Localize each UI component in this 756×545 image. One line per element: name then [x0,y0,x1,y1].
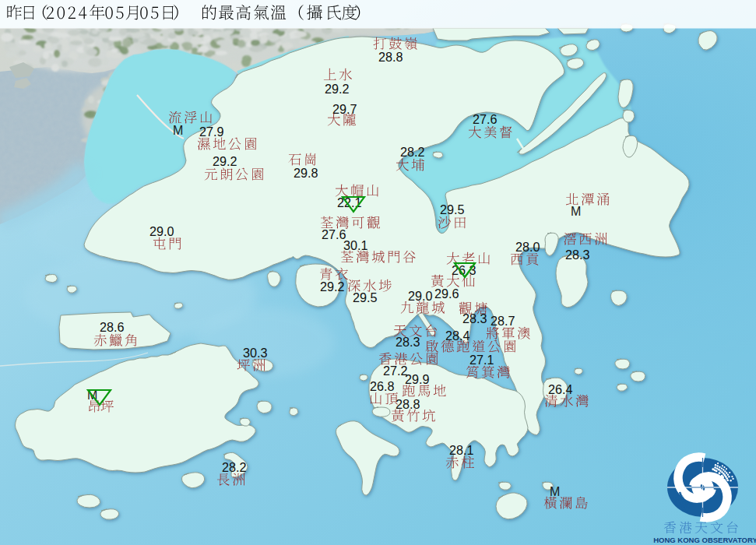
svg-text:29.6: 29.6 [434,287,459,301]
svg-text:29.5: 29.5 [440,202,465,216]
svg-text:27.6: 27.6 [322,227,346,241]
svg-text:26.4: 26.4 [548,382,573,396]
svg-text:29.2: 29.2 [213,154,237,168]
svg-text:27.2: 27.2 [383,364,408,378]
svg-text:30.3: 30.3 [243,346,268,360]
svg-text:M: M [571,205,581,218]
svg-text:29.8: 29.8 [294,166,318,180]
svg-text:28.3: 28.3 [396,335,420,349]
svg-text:28.4: 28.4 [445,329,470,343]
svg-text:28.8: 28.8 [396,397,420,411]
svg-text:29.2: 29.2 [325,82,350,96]
svg-text:29.9: 29.9 [405,372,430,386]
svg-text:28.3: 28.3 [565,248,590,262]
svg-text:28.2: 28.2 [400,145,425,159]
svg-text:27.1: 27.1 [469,353,494,367]
svg-text:29.0: 29.0 [149,224,174,238]
svg-text:28.1: 28.1 [449,443,474,457]
svg-text:30.1: 30.1 [343,238,368,252]
svg-text:28.7: 28.7 [491,314,515,328]
svg-text:28.6: 28.6 [100,320,125,334]
svg-text:26.8: 26.8 [370,379,395,393]
svg-text:28.8: 28.8 [378,50,403,64]
svg-text:28.2: 28.2 [222,460,247,474]
svg-text:27.9: 27.9 [199,125,224,139]
svg-text:27.6: 27.6 [473,112,498,126]
svg-text:29.0: 29.0 [408,289,433,303]
svg-text:29.7: 29.7 [332,102,357,116]
svg-text:28.3: 28.3 [462,311,487,325]
svg-text:29.5: 29.5 [353,290,378,304]
svg-text:29.2: 29.2 [320,280,345,294]
svg-text:28.0: 28.0 [515,240,540,254]
svg-text:HONG KONG OBSERVATORY: HONG KONG OBSERVATORY [653,536,756,544]
svg-text:M: M [173,124,183,137]
svg-text:M: M [550,485,560,498]
